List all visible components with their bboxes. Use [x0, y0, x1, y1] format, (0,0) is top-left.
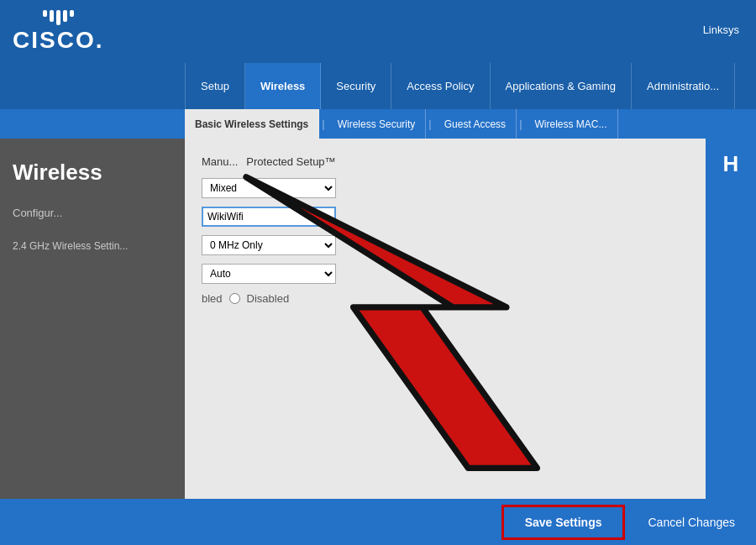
separator-1: | — [319, 118, 327, 130]
footer: Save Settings Cancel Changes — [0, 499, 756, 545]
sidebar: Wireless Configur... 2.4 GHz Wireless Se… — [0, 139, 185, 499]
tab-security[interactable]: Security — [321, 63, 391, 109]
separator-2: | — [426, 118, 433, 130]
tab-wireless[interactable]: Wireless — [245, 63, 321, 109]
header: CISCO. Linksys — [0, 0, 756, 63]
tab-applications-gaming[interactable]: Applications & Gaming — [491, 63, 633, 109]
ssid-row — [202, 207, 689, 227]
cancel-changes-button[interactable]: Cancel Changes — [627, 499, 756, 545]
tab-administration[interactable]: Administratio... — [632, 63, 735, 109]
enabled-partial-label: bled — [202, 292, 223, 305]
help-letter: H — [723, 151, 739, 177]
sidebar-title: Wireless — [8, 151, 176, 202]
help-panel: H — [706, 139, 756, 499]
ssid-broadcast-row: bled Disabled — [202, 292, 689, 305]
sidebar-config-label: Configur... — [8, 202, 176, 223]
disabled-label: Disabled — [247, 292, 290, 305]
main-content: Manu... Protected Setup™ Mixed Wireless-… — [185, 139, 706, 499]
subtab-wireless-security[interactable]: Wireless Security — [328, 109, 427, 139]
channel-width-row: 0 MHz Only 20 MHz Only Auto (20 MHz or 4… — [202, 235, 689, 255]
ssid-broadcast-disabled-radio[interactable] — [229, 293, 240, 304]
cisco-bars-icon — [43, 10, 74, 25]
channel-row: Auto 1 6 11 — [202, 264, 689, 284]
tab-access-policy[interactable]: Access Policy — [391, 63, 490, 109]
network-mode-row: Mixed Wireless-N Only Wireless-G Only Di… — [202, 178, 689, 198]
subtabs-bar: Basic Wireless Settings | Wireless Secur… — [0, 109, 756, 139]
setup-mode-row: Manu... Protected Setup™ — [202, 155, 689, 168]
nav-tabs: Setup Wireless Security Access Policy Ap… — [0, 63, 756, 109]
subtab-wireless-mac[interactable]: Wireless MAC... — [525, 109, 618, 139]
linksys-label: Linksys — [703, 24, 739, 36]
sidebar-freq-label: 2.4 GHz Wireless Settin... — [8, 236, 176, 256]
separator-3: | — [517, 118, 524, 130]
tab-setup[interactable]: Setup — [185, 63, 245, 109]
ssid-input[interactable] — [202, 207, 336, 227]
channel-select[interactable]: Auto 1 6 11 — [202, 264, 336, 284]
network-mode-select[interactable]: Mixed Wireless-N Only Wireless-G Only Di… — [202, 178, 336, 198]
channel-width-select[interactable]: 0 MHz Only 20 MHz Only Auto (20 MHz or 4… — [202, 235, 336, 255]
subtab-guest-access[interactable]: Guest Access — [434, 109, 517, 139]
cisco-brand-text: CISCO. — [13, 27, 103, 54]
subtab-basic[interactable]: Basic Wireless Settings — [185, 109, 319, 139]
protected-setup-label: Protected Setup™ — [246, 155, 335, 168]
cisco-logo: CISCO. — [13, 10, 103, 54]
manual-label: Manu... — [202, 155, 238, 168]
save-settings-button[interactable]: Save Settings — [501, 505, 626, 540]
